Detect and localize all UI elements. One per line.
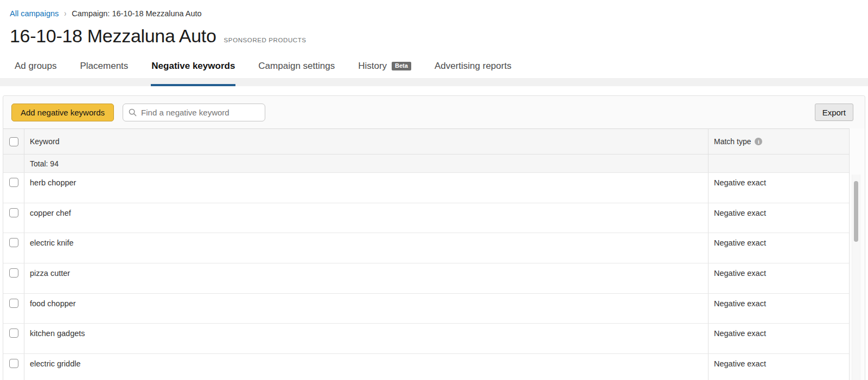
match-type-cell: Negative exact: [714, 269, 766, 278]
table-total-row: Total: 94: [3, 154, 849, 173]
total-match-cell: [708, 154, 849, 172]
select-all-checkbox[interactable]: [9, 137, 18, 146]
keyword-column-header: Keyword: [24, 129, 708, 154]
match-type-cell: Negative exact: [714, 299, 766, 308]
title-row: 16-10-18 Mezzaluna Auto SPONSORED PRODUC…: [0, 18, 868, 47]
keyword-cell: copper chef: [30, 209, 71, 217]
sponsored-products-badge: SPONSORED PRODUCTS: [224, 37, 307, 43]
search-box: [123, 104, 265, 121]
keyword-cell: electric knife: [30, 239, 74, 247]
table-row: electric knife Negative exact: [3, 233, 849, 263]
search-icon: [129, 108, 137, 117]
match-type-cell: Negative exact: [714, 329, 766, 338]
row-checkbox[interactable]: [9, 268, 18, 278]
tab-history[interactable]: History Beta: [358, 54, 412, 86]
negative-keywords-panel: Add negative keywords Export Keyword Mat…: [3, 95, 865, 380]
row-checkbox[interactable]: [9, 329, 18, 338]
row-checkbox[interactable]: [9, 208, 18, 217]
tab-campaign-settings[interactable]: Campaign settings: [258, 54, 335, 86]
search-input[interactable]: [141, 108, 259, 117]
tab-strip: Ad groups Placements Negative keywords C…: [0, 54, 868, 86]
table-row: food chopper Negative exact: [3, 294, 849, 324]
keyword-header-label: Keyword: [30, 137, 59, 146]
beta-badge: Beta: [392, 62, 411, 70]
row-checkbox[interactable]: [9, 359, 18, 368]
tab-ad-groups[interactable]: Ad groups: [14, 54, 58, 86]
breadcrumb-current: Campaign: 16-10-18 Mezzaluna Auto: [72, 9, 201, 18]
tab-placements[interactable]: Placements: [80, 54, 129, 86]
match-type-column-header: Match type i: [708, 129, 849, 154]
total-checkbox-cell: [3, 154, 24, 172]
row-checkbox[interactable]: [9, 299, 18, 308]
match-type-cell: Negative exact: [714, 239, 766, 247]
scrollbar-thumb[interactable]: [854, 181, 858, 242]
row-checkbox[interactable]: [9, 238, 18, 247]
add-negative-keywords-button[interactable]: Add negative keywords: [11, 104, 114, 121]
tab-negative-keywords[interactable]: Negative keywords: [151, 54, 235, 86]
table-header-row: Keyword Match type i: [3, 129, 849, 154]
page-title: 16-10-18 Mezzaluna Auto: [10, 25, 216, 47]
row-checkbox[interactable]: [9, 178, 18, 187]
match-type-header-label: Match type: [714, 137, 751, 146]
tab-advertising-reports[interactable]: Advertising reports: [434, 54, 512, 86]
info-icon[interactable]: i: [755, 138, 762, 145]
keyword-cell: pizza cutter: [30, 269, 70, 278]
chevron-right-icon: ›: [64, 9, 66, 18]
total-label: Total: 94: [30, 159, 59, 168]
table-row: herb chopper Negative exact: [3, 173, 849, 203]
table-row: electric griddle Negative exact: [3, 354, 849, 380]
keyword-cell: food chopper: [30, 299, 76, 308]
breadcrumb: All campaigns › Campaign: 16-10-18 Mezza…: [0, 0, 868, 18]
keyword-cell: herb chopper: [30, 178, 76, 187]
negative-keywords-table: Keyword Match type i Total: 94 herb chop…: [3, 128, 850, 380]
header-checkbox-cell: [3, 129, 24, 154]
match-type-cell: Negative exact: [714, 209, 766, 217]
table-row: kitchen gadgets Negative exact: [3, 324, 849, 354]
table-row: copper chef Negative exact: [3, 203, 849, 234]
toolbar: Add negative keywords Export: [3, 96, 865, 128]
keyword-cell: electric griddle: [30, 359, 81, 368]
keyword-cell: kitchen gadgets: [30, 329, 85, 338]
export-button[interactable]: Export: [815, 104, 853, 121]
match-type-cell: Negative exact: [714, 359, 766, 368]
total-cell: Total: 94: [24, 154, 708, 172]
breadcrumb-all-campaigns-link[interactable]: All campaigns: [10, 9, 59, 18]
table-row: pizza cutter Negative exact: [3, 263, 849, 294]
match-type-cell: Negative exact: [714, 178, 766, 187]
